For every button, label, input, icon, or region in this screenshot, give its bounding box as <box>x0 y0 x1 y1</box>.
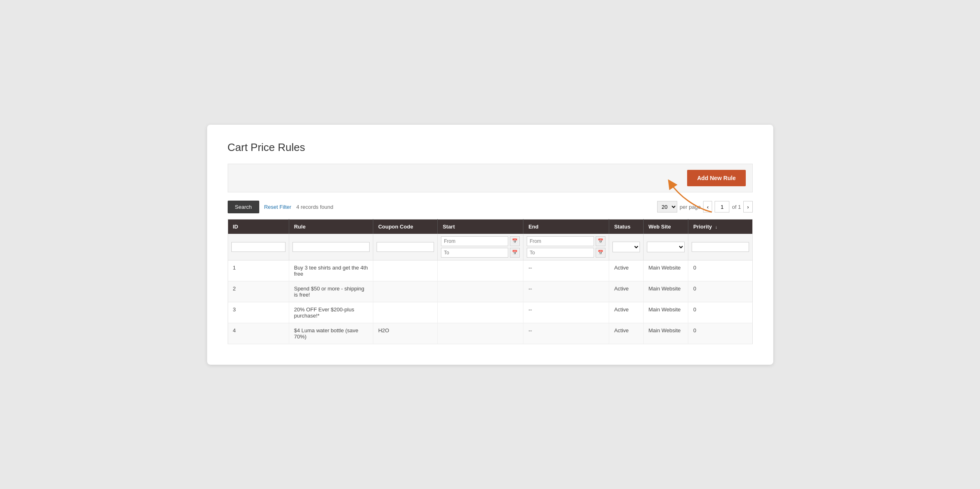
cell-status: Active <box>609 281 644 302</box>
filter-start-from-input[interactable] <box>441 236 508 246</box>
pagination-current-page[interactable] <box>715 201 729 213</box>
main-container: Cart Price Rules Add New Rule Search Res… <box>207 125 773 365</box>
calendar-icon-end-from[interactable]: 📅 <box>596 236 605 246</box>
calendar-icon-start-from[interactable]: 📅 <box>510 236 520 246</box>
col-header-priority: Priority ↓ <box>688 219 753 234</box>
cell-start <box>438 281 523 302</box>
filter-end-from-row: 📅 <box>527 236 605 246</box>
cell-end: -- <box>523 260 609 281</box>
pagination-next-button[interactable]: › <box>743 201 752 213</box>
toolbar-bottom: Search Reset Filter 4 records found 20 3… <box>228 197 753 217</box>
filter-status-cell: Active Inactive <box>609 234 644 260</box>
cell-coupon_code <box>373 302 437 323</box>
cell-status: Active <box>609 260 644 281</box>
toolbar-left: Search Reset Filter 4 records found <box>228 201 334 213</box>
filter-start-from-row: 📅 <box>441 236 520 246</box>
col-header-rule: Rule <box>289 219 373 234</box>
cell-end: -- <box>523 281 609 302</box>
filter-rule-cell <box>289 234 373 260</box>
cell-status: Active <box>609 323 644 344</box>
filter-end-to-input[interactable] <box>527 248 594 258</box>
filter-id-input[interactable] <box>231 242 286 252</box>
col-header-coupon-code: Coupon Code <box>373 219 437 234</box>
filter-start-to-row: 📅 <box>441 248 520 258</box>
cell-id: 4 <box>228 323 289 344</box>
cell-rule: Buy 3 tee shirts and get the 4th free <box>289 260 373 281</box>
filter-priority-cell <box>688 234 753 260</box>
col-header-end: End <box>523 219 609 234</box>
table-header-row: ID Rule Coupon Code Start End Status Web… <box>228 219 752 234</box>
cell-web_site: Main Website <box>643 281 688 302</box>
col-header-start: Start <box>438 219 523 234</box>
cell-rule: Spend $50 or more - shipping is free! <box>289 281 373 302</box>
filter-rule-input[interactable] <box>292 242 370 252</box>
filter-start-date-group: 📅 📅 <box>441 236 520 258</box>
toolbar-right: 20 30 50 per page ‹ of 1 › <box>657 201 753 213</box>
filter-coupon-input[interactable] <box>377 242 434 252</box>
toolbar-top: Add New Rule <box>228 164 753 192</box>
toolbar-wrapper: Add New Rule <box>228 164 753 192</box>
cell-id: 1 <box>228 260 289 281</box>
cart-price-rules-table: ID Rule Coupon Code Start End Status Web… <box>228 219 753 344</box>
cell-priority: 0 <box>688 323 753 344</box>
filter-start-to-input[interactable] <box>441 248 508 258</box>
cell-rule: $4 Luma water bottle (save 70%) <box>289 323 373 344</box>
table-body: 1Buy 3 tee shirts and get the 4th free--… <box>228 260 752 344</box>
filter-start-cell: 📅 📅 <box>438 234 523 260</box>
cell-id: 2 <box>228 281 289 302</box>
reset-filter-link[interactable]: Reset Filter <box>264 204 291 210</box>
filter-priority-input[interactable] <box>692 242 749 252</box>
filter-id-cell <box>228 234 289 260</box>
table-row: 2Spend $50 or more - shipping is free!--… <box>228 281 752 302</box>
table-row: 4$4 Luma water bottle (save 70%)H2O--Act… <box>228 323 752 344</box>
calendar-icon-end-to[interactable]: 📅 <box>596 248 605 258</box>
pagination-prev-button[interactable]: ‹ <box>703 201 712 213</box>
cell-web_site: Main Website <box>643 260 688 281</box>
filter-coupon-cell <box>373 234 437 260</box>
cell-coupon_code: H2O <box>373 323 437 344</box>
filter-end-to-row: 📅 <box>527 248 605 258</box>
cell-start <box>438 260 523 281</box>
col-header-status: Status <box>609 219 644 234</box>
per-page-select[interactable]: 20 30 50 <box>657 201 677 213</box>
cell-coupon_code <box>373 281 437 302</box>
cell-start <box>438 323 523 344</box>
table-row: 320% OFF Ever $200-plus purchase!*--Acti… <box>228 302 752 323</box>
records-found: 4 records found <box>296 204 333 210</box>
filter-status-select[interactable]: Active Inactive <box>612 242 640 252</box>
page-title: Cart Price Rules <box>228 141 753 154</box>
filter-end-from-input[interactable] <box>527 236 594 246</box>
cell-priority: 0 <box>688 260 753 281</box>
cell-web_site: Main Website <box>643 302 688 323</box>
cell-end: -- <box>523 323 609 344</box>
cell-start <box>438 302 523 323</box>
col-header-website: Web Site <box>643 219 688 234</box>
of-total-label: of 1 <box>732 204 741 210</box>
calendar-icon-start-to[interactable]: 📅 <box>510 248 520 258</box>
filter-website-select[interactable]: Main Website <box>647 242 685 252</box>
cell-priority: 0 <box>688 281 753 302</box>
cell-priority: 0 <box>688 302 753 323</box>
cell-end: -- <box>523 302 609 323</box>
add-new-rule-button[interactable]: Add New Rule <box>687 170 745 186</box>
col-header-id: ID <box>228 219 289 234</box>
search-button[interactable]: Search <box>228 201 259 213</box>
cell-coupon_code <box>373 260 437 281</box>
filter-end-date-group: 📅 📅 <box>527 236 605 258</box>
table-filter-row: 📅 📅 📅 <box>228 234 752 260</box>
table-row: 1Buy 3 tee shirts and get the 4th free--… <box>228 260 752 281</box>
cell-id: 3 <box>228 302 289 323</box>
filter-end-cell: 📅 📅 <box>523 234 609 260</box>
sort-icon: ↓ <box>715 224 717 229</box>
per-page-label: per page <box>680 204 701 210</box>
filter-website-cell: Main Website <box>643 234 688 260</box>
cell-status: Active <box>609 302 644 323</box>
cell-web_site: Main Website <box>643 323 688 344</box>
cell-rule: 20% OFF Ever $200-plus purchase!* <box>289 302 373 323</box>
